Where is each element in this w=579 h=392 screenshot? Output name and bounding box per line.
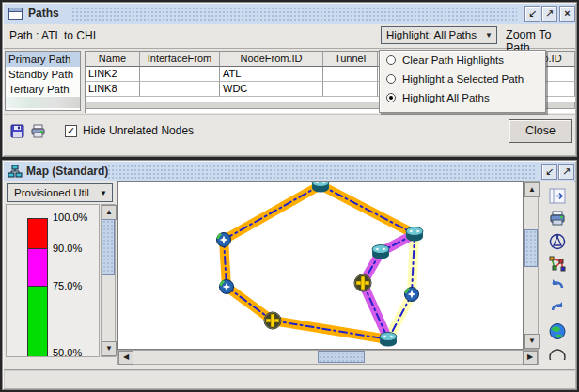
map-viewport[interactable]	[117, 181, 524, 350]
desktop: Paths ↙ ↗ × Path : ATL to CHI Highlight:…	[0, 0, 579, 392]
scrollbar-thumb[interactable]	[318, 351, 365, 363]
minimize-icon[interactable]: ↙	[524, 6, 540, 22]
clipped-circle-icon[interactable]	[548, 345, 567, 360]
paths-titlebar[interactable]: Paths ↙ ↗ ×	[4, 4, 575, 24]
save-icon[interactable]	[9, 123, 25, 139]
legend-scale: 100.0% 90.0% 75.0% 50.0%	[6, 204, 100, 357]
menu-item-label: Clear Path Highlights	[402, 55, 504, 66]
radio-icon	[386, 74, 396, 84]
legend-tick: 75.0%	[53, 280, 82, 291]
scroll-up-icon[interactable]: ▲	[524, 182, 540, 197]
menu-item-highlight-selected-path[interactable]: Highlight a Selected Path	[380, 70, 545, 88]
map-window: Map (Standard) ↙ ↗ Provisioned Util ▼ 10…	[2, 160, 577, 390]
map-window-title: Map (Standard)	[26, 165, 108, 178]
map-titlebar[interactable]: Map (Standard) ↙ ↗	[4, 162, 575, 182]
node-site	[354, 274, 371, 291]
scrollbar-thumb[interactable]	[102, 219, 115, 275]
hide-unrelated-nodes-label: Hide Unrelated Nodes	[83, 124, 194, 137]
paths-window-title: Paths	[28, 7, 59, 20]
highlight-dropdown-value: Highlight: All Paths	[386, 29, 477, 40]
scroll-down-icon[interactable]: ▼	[524, 334, 540, 349]
cell: LINK8	[86, 82, 140, 97]
column-header-nodefromid[interactable]: NodeFrom.ID	[220, 52, 323, 67]
globe-icon[interactable]	[548, 322, 567, 340]
legend-tick: 100.0%	[53, 212, 87, 223]
sidebar-gradient	[6, 97, 80, 108]
cell: ATL	[220, 67, 323, 82]
maximize-icon[interactable]: ↗	[558, 164, 574, 180]
highlight-dropdown[interactable]: Highlight: All Paths ▼	[381, 26, 497, 44]
path-label: Path : ATL to CHI	[9, 29, 96, 42]
chevron-down-icon: ▼	[485, 27, 493, 43]
sidebar-item-tertiary-path[interactable]: Tertiary Path	[6, 82, 80, 97]
scroll-up-icon[interactable]: ▲	[102, 205, 117, 220]
map-icon	[8, 165, 23, 182]
column-header-interfacefrom[interactable]: InterfaceFrom	[140, 52, 220, 67]
cell	[323, 67, 378, 82]
cell	[140, 67, 220, 82]
menu-item-clear-path-highlights[interactable]: Clear Path Highlights	[380, 51, 545, 70]
scroll-down-icon[interactable]: ▼	[102, 341, 117, 356]
highlight-popup-menu: Clear Path Highlights Highlight a Select…	[379, 50, 546, 113]
legend-panel: Provisioned Util ▼ 100.0% 90.0% 75.0% 50…	[4, 181, 118, 359]
divider	[4, 114, 575, 115]
window-icon	[8, 8, 23, 20]
cell	[323, 82, 378, 97]
legend-metric-dropdown[interactable]: Provisioned Util ▼	[7, 183, 113, 202]
cell	[140, 82, 220, 97]
menu-item-label: Highlight All Paths	[402, 92, 490, 103]
map-horizontal-scrollbar[interactable]: ◀ ▶	[117, 350, 539, 365]
maximize-icon[interactable]: ↗	[541, 6, 557, 22]
close-icon[interactable]: ×	[559, 6, 575, 22]
close-button[interactable]: Close	[509, 119, 572, 143]
panel-arrow-icon[interactable]	[548, 187, 567, 205]
undo-icon[interactable]	[548, 277, 567, 295]
minimize-icon[interactable]: ↙	[541, 164, 557, 180]
path-type-list: Primary Path Standby Path Tertiary Path	[5, 51, 81, 111]
node-globe	[217, 233, 231, 247]
legend-metric-value: Provisioned Util	[14, 187, 89, 198]
legend-segment-magenta	[27, 248, 48, 287]
cell: WDC	[220, 82, 323, 97]
sidebar-item-standby-path[interactable]: Standby Path	[6, 67, 80, 82]
radio-icon	[386, 93, 396, 102]
radio-icon	[386, 55, 396, 65]
menu-item-highlight-all-paths[interactable]: Highlight All Paths	[380, 88, 545, 107]
menu-item-label: Highlight a Selected Path	[402, 73, 524, 85]
column-header-tunnel[interactable]: Tunnel	[323, 52, 378, 67]
node-router	[312, 182, 329, 193]
map-vertical-scrollbar[interactable]: ▲ ▼	[524, 181, 539, 350]
legend-segment-green	[27, 286, 48, 357]
node-router	[372, 245, 389, 259]
titlebar-texture	[107, 165, 536, 179]
node-globe	[405, 288, 419, 302]
node-globe	[220, 280, 234, 294]
redo-icon[interactable]	[548, 300, 567, 318]
map-statusbar	[4, 369, 575, 388]
cell: LINK2	[86, 67, 140, 82]
map-toolbar	[540, 181, 574, 360]
column-header-name[interactable]: Name	[86, 52, 140, 67]
chevron-down-icon: ▼	[100, 185, 107, 202]
compass-icon[interactable]	[548, 232, 567, 250]
scroll-right-icon[interactable]: ▶	[523, 351, 538, 365]
node-router	[380, 333, 397, 347]
titlebar-texture	[71, 7, 517, 21]
topology-icon[interactable]	[548, 255, 567, 273]
legend-tick: 90.0%	[53, 243, 82, 254]
network-map	[118, 182, 523, 349]
scroll-left-icon[interactable]: ◀	[118, 351, 133, 365]
paths-toolbar: Path : ATL to CHI Highlight: All Paths ▼…	[4, 24, 575, 49]
hide-unrelated-nodes-checkbox[interactable]	[65, 125, 77, 137]
node-router	[406, 227, 423, 242]
scrollbar-thumb[interactable]	[524, 229, 538, 267]
printer-icon[interactable]	[548, 210, 567, 227]
print-icon[interactable]	[30, 123, 46, 139]
legend-scrollbar[interactable]: ▲ ▼	[101, 204, 116, 357]
legend-segment-red	[27, 218, 48, 249]
node-site	[264, 312, 281, 329]
sidebar-item-primary-path[interactable]: Primary Path	[6, 52, 80, 67]
legend-tick: 50.0%	[53, 347, 82, 357]
